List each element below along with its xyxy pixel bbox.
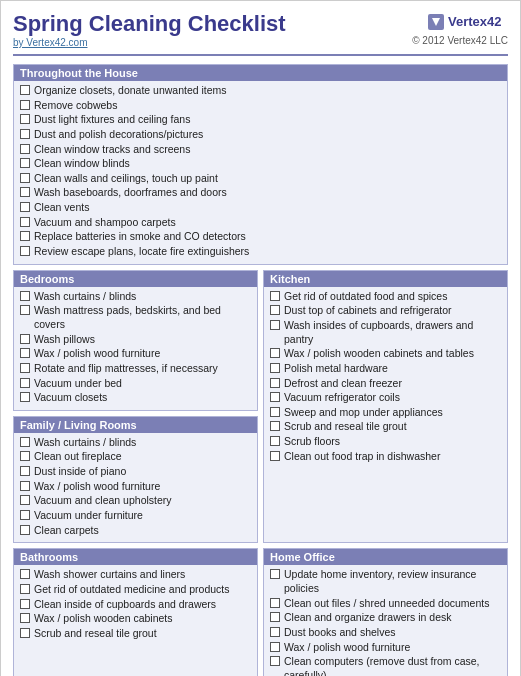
list-item: Vacuum closets	[20, 391, 251, 405]
checkbox[interactable]	[270, 320, 280, 330]
page-title: Spring Cleaning Checklist	[13, 11, 286, 37]
checkbox[interactable]	[20, 392, 30, 402]
list-item: Organize closets, donate unwanted items	[20, 84, 501, 98]
checkbox[interactable]	[20, 451, 30, 461]
checkbox[interactable]	[270, 363, 280, 373]
checkbox[interactable]	[20, 144, 30, 154]
list-item: Clean out fireplace	[20, 450, 251, 464]
list-item: Replace batteries in smoke and CO detect…	[20, 230, 501, 244]
checkbox[interactable]	[20, 217, 30, 227]
item-text: Vacuum under bed	[34, 377, 122, 391]
list-item: Vacuum and clean upholstery	[20, 494, 251, 508]
checkbox[interactable]	[20, 291, 30, 301]
checkbox[interactable]	[20, 114, 30, 124]
list-item: Get rid of outdated medicine and product…	[20, 583, 251, 597]
checkbox[interactable]	[20, 100, 30, 110]
list-item: Wash insides of cupboards, drawers and p…	[270, 319, 501, 346]
list-item: Clean carpets	[20, 524, 251, 538]
checkbox[interactable]	[20, 569, 30, 579]
checkbox[interactable]	[270, 392, 280, 402]
checkbox[interactable]	[270, 656, 280, 666]
checkbox[interactable]	[20, 187, 30, 197]
section-header-bedrooms: Bedrooms	[14, 271, 257, 287]
item-text: Polish metal hardware	[284, 362, 388, 376]
item-text: Dust books and shelves	[284, 626, 395, 640]
checkbox[interactable]	[20, 231, 30, 241]
checkbox[interactable]	[270, 436, 280, 446]
section-items-home-office: Update home inventory, review insurance …	[264, 568, 507, 676]
checkbox[interactable]	[270, 407, 280, 417]
checkbox[interactable]	[20, 437, 30, 447]
checkbox[interactable]	[270, 378, 280, 388]
checkbox[interactable]	[20, 495, 30, 505]
item-text: Vacuum closets	[34, 391, 107, 405]
list-item: Dust inside of piano	[20, 465, 251, 479]
list-item: Wax / polish wooden cabinets	[20, 612, 251, 626]
checkbox[interactable]	[20, 305, 30, 315]
section-throughout: Throughout the HouseOrganize closets, do…	[13, 64, 508, 265]
checkbox[interactable]	[20, 348, 30, 358]
row-kitchen-bedrooms: BedroomsWash curtains / blindsWash mattr…	[13, 270, 508, 544]
item-text: Clean window blinds	[34, 157, 130, 171]
checkbox[interactable]	[20, 525, 30, 535]
checkbox[interactable]	[270, 598, 280, 608]
checkbox[interactable]	[20, 613, 30, 623]
checkbox[interactable]	[270, 569, 280, 579]
checkbox[interactable]	[20, 202, 30, 212]
list-item: Clean out food trap in dishwasher	[270, 450, 501, 464]
list-item: Defrost and clean freezer	[270, 377, 501, 391]
checkbox[interactable]	[20, 158, 30, 168]
section-header-bathrooms: Bathrooms	[14, 549, 257, 565]
checkbox[interactable]	[20, 466, 30, 476]
checkbox[interactable]	[20, 334, 30, 344]
item-text: Vacuum and clean upholstery	[34, 494, 172, 508]
list-item: Rotate and flip mattresses, if necessary	[20, 362, 251, 376]
item-text: Sweep and mop under appliances	[284, 406, 443, 420]
list-item: Update home inventory, review insurance …	[270, 568, 501, 595]
checkbox[interactable]	[270, 451, 280, 461]
checkbox[interactable]	[20, 584, 30, 594]
checkbox[interactable]	[20, 599, 30, 609]
list-item: Clean inside of cupboards and drawers	[20, 598, 251, 612]
list-item: Wax / polish wooden cabinets and tables	[270, 347, 501, 361]
item-text: Organize closets, donate unwanted items	[34, 84, 227, 98]
list-item: Wax / polish wood furniture	[270, 641, 501, 655]
list-item: Dust and polish decorations/pictures	[20, 128, 501, 142]
list-item: Review escape plans, locate fire extingu…	[20, 245, 501, 259]
checkbox[interactable]	[270, 627, 280, 637]
item-text: Clean out fireplace	[34, 450, 122, 464]
checkbox[interactable]	[20, 378, 30, 388]
checkbox[interactable]	[20, 510, 30, 520]
checkbox[interactable]	[270, 612, 280, 622]
item-text: Scrub and reseal tile grout	[284, 420, 407, 434]
item-text: Clean out files / shred unneeded documen…	[284, 597, 489, 611]
checkbox[interactable]	[20, 628, 30, 638]
list-item: Dust books and shelves	[270, 626, 501, 640]
section-bedrooms: BedroomsWash curtains / blindsWash mattr…	[13, 270, 258, 411]
checkbox[interactable]	[20, 246, 30, 256]
checkbox[interactable]	[20, 173, 30, 183]
item-text: Wash mattress pads, bedskirts, and bed c…	[34, 304, 251, 331]
svg-text:Vertex42: Vertex42	[448, 14, 502, 29]
checkbox[interactable]	[20, 85, 30, 95]
item-text: Clean vents	[34, 201, 89, 215]
header: Spring Cleaning Checklist by Vertex42.co…	[13, 11, 508, 56]
checkbox[interactable]	[20, 363, 30, 373]
section-items-bathrooms: Wash shower curtains and linersGet rid o…	[14, 568, 257, 640]
item-text: Review escape plans, locate fire extingu…	[34, 245, 249, 259]
checkbox[interactable]	[270, 642, 280, 652]
checkbox[interactable]	[270, 305, 280, 315]
checkbox[interactable]	[20, 481, 30, 491]
checkbox[interactable]	[270, 421, 280, 431]
item-text: Wash shower curtains and liners	[34, 568, 185, 582]
section-header-family: Family / Living Rooms	[14, 417, 257, 433]
checkbox[interactable]	[270, 291, 280, 301]
list-item: Vacuum under bed	[20, 377, 251, 391]
checkbox[interactable]	[20, 129, 30, 139]
checkbox[interactable]	[270, 348, 280, 358]
item-text: Wash insides of cupboards, drawers and p…	[284, 319, 501, 346]
copyright: © 2012 Vertex42 LLC	[412, 35, 508, 46]
byline: by Vertex42.com	[13, 37, 286, 48]
item-text: Wash curtains / blinds	[34, 436, 136, 450]
list-item: Wash curtains / blinds	[20, 436, 251, 450]
